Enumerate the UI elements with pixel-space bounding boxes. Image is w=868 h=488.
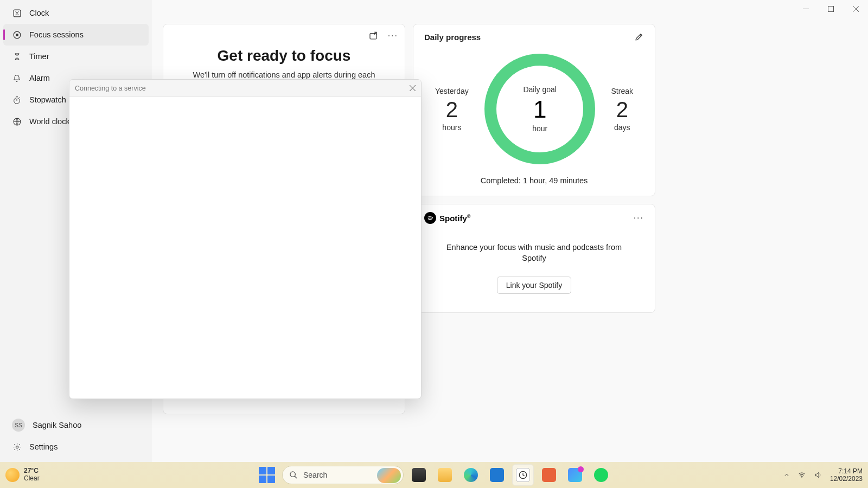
sidebar-user[interactable]: SS Sagnik Sahoo: [3, 414, 149, 436]
sidebar-item-label: Focus sessions: [29, 30, 84, 39]
taskbar-store[interactable]: [486, 464, 508, 486]
stopwatch-icon: [12, 95, 22, 105]
avatar: SS: [12, 419, 25, 432]
taskbar-task-view[interactable]: [408, 464, 430, 486]
focus-icon: [12, 30, 22, 40]
globe-icon: [12, 117, 22, 126]
svg-point-9: [290, 472, 295, 477]
taskbar-weather[interactable]: 27°C Clear: [5, 467, 40, 483]
progress-ring: Daily goal 1 hour: [484, 54, 595, 164]
svg-rect-0: [803, 9, 809, 9]
sidebar-settings[interactable]: Settings: [3, 436, 149, 458]
hourglass-icon: [12, 52, 22, 61]
spotify-card: Spotify® ··· Enhance your focus with mus…: [413, 204, 655, 313]
sidebar-item-focus-sessions[interactable]: Focus sessions: [3, 24, 149, 46]
volume-icon[interactable]: [814, 471, 822, 479]
wifi-icon[interactable]: [797, 471, 806, 479]
goal-value: 1: [533, 96, 546, 123]
focus-title: Get ready to focus: [173, 47, 395, 65]
completed-text: Completed: 1 hour, 49 minutes: [424, 176, 644, 185]
taskbar-clock[interactable]: 7:14 PM 12/02/2023: [830, 467, 863, 483]
taskbar: 27°C Clear Search 7:14 PM 12/02/2023: [0, 462, 868, 488]
connecting-dialog: Connecting to a service: [69, 79, 422, 399]
taskbar-time: 7:14 PM: [830, 467, 863, 475]
taskbar-edge[interactable]: [460, 464, 482, 486]
sidebar-item-label: World clock: [29, 117, 70, 126]
more-icon[interactable]: ···: [388, 31, 398, 41]
taskbar-clock-app[interactable]: [512, 464, 534, 486]
svg-rect-8: [370, 34, 376, 40]
weather-icon: [5, 468, 20, 482]
taskbar-app-todo[interactable]: [564, 464, 586, 486]
daily-progress-title: Daily progress: [424, 33, 481, 42]
weather-cond: Clear: [24, 475, 40, 483]
maximize-button[interactable]: [818, 0, 843, 17]
taskbar-file-explorer[interactable]: [434, 464, 456, 486]
start-button[interactable]: [256, 464, 278, 486]
stat-unit: hours: [435, 123, 469, 132]
svg-rect-1: [828, 6, 833, 11]
svg-point-7: [16, 446, 18, 448]
more-icon[interactable]: ···: [634, 213, 644, 223]
weather-temp: 27°C: [24, 467, 40, 475]
stat-label: Yesterday: [435, 87, 469, 95]
minimize-button[interactable]: [793, 0, 818, 17]
edit-icon[interactable]: [634, 32, 644, 42]
settings-label: Settings: [29, 442, 58, 451]
svg-point-11: [801, 477, 802, 478]
user-name: Sagnik Sahoo: [33, 421, 81, 429]
sidebar-item-label: Stopwatch: [29, 95, 66, 104]
keep-on-top-icon[interactable]: [368, 31, 378, 41]
stat-label: Streak: [611, 87, 633, 95]
stat-yesterday: Yesterday 2 hours: [435, 87, 469, 132]
sidebar-item-label: Alarm: [29, 74, 50, 82]
svg-point-4: [16, 34, 18, 36]
taskbar-app-orange[interactable]: [538, 464, 560, 486]
search-icon: [289, 471, 298, 479]
bell-icon: [12, 73, 22, 83]
spotify-icon: [424, 212, 436, 224]
taskbar-spotify[interactable]: [590, 464, 612, 486]
close-icon[interactable]: [410, 85, 416, 91]
spotify-logo: Spotify®: [424, 212, 470, 224]
sidebar-item-timer[interactable]: Timer: [3, 46, 149, 67]
gear-icon: [12, 442, 22, 452]
sidebar-item-label: Timer: [29, 52, 49, 61]
link-spotify-button[interactable]: Link your Spotify: [497, 277, 572, 294]
stat-value: 2: [611, 98, 633, 122]
taskbar-search[interactable]: Search: [282, 466, 404, 484]
taskbar-date: 12/02/2023: [830, 475, 863, 483]
search-highlights-icon: [377, 468, 401, 483]
search-placeholder: Search: [303, 471, 327, 479]
tray-chevron-icon[interactable]: [783, 472, 790, 478]
stat-value: 2: [435, 98, 469, 122]
goal-unit: hour: [532, 124, 547, 133]
spotify-brand: Spotify®: [439, 214, 470, 223]
window-controls: [793, 0, 868, 17]
spotify-description: Enhance your focus with music and podcas…: [424, 242, 644, 264]
stat-streak: Streak 2 days: [611, 87, 633, 132]
svg-point-5: [14, 98, 20, 104]
sidebar-item-label: Clock: [29, 9, 49, 17]
clock-app-icon: [12, 8, 22, 18]
goal-label: Daily goal: [523, 85, 556, 94]
sidebar-item-clock[interactable]: Clock: [3, 2, 149, 24]
daily-progress-card: Daily progress Yesterday 2 hours Daily g…: [413, 24, 655, 196]
stat-unit: days: [611, 123, 633, 132]
dialog-title: Connecting to a service: [75, 85, 146, 92]
close-button[interactable]: [843, 0, 868, 17]
